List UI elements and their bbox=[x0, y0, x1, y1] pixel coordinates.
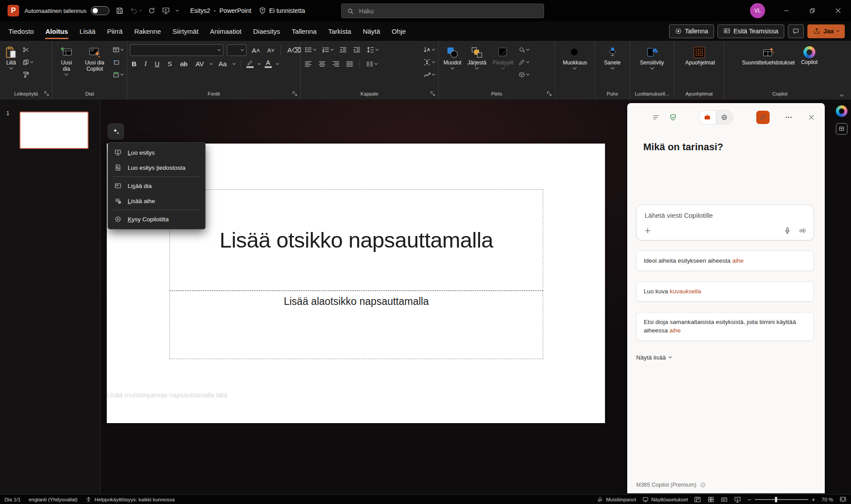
trust-status[interactable]: Ei tunnistetta bbox=[258, 7, 305, 15]
section-button[interactable] bbox=[112, 69, 124, 80]
save-button[interactable] bbox=[116, 7, 124, 15]
paste-button[interactable]: Liitä bbox=[3, 44, 20, 70]
slide-indicator[interactable]: Dia 1/1 bbox=[4, 497, 20, 502]
menu-item-add-topic[interactable]: Lisää aihe bbox=[108, 193, 205, 208]
search-box[interactable] bbox=[341, 4, 544, 18]
description-link[interactable]: kuvauksella bbox=[670, 288, 702, 295]
increase-font-button[interactable]: A˄ bbox=[250, 46, 262, 55]
copilot-message-input[interactable] bbox=[644, 211, 807, 220]
decrease-font-button[interactable]: A˅ bbox=[266, 47, 276, 54]
zoom-slider-thumb[interactable] bbox=[775, 497, 777, 502]
strikethrough-button[interactable]: ab bbox=[178, 60, 190, 68]
drawing-dialog-launcher[interactable] bbox=[546, 91, 553, 97]
suggestion-card-ideate[interactable]: Ideoi aiheita esitykseen aiheesta aihe bbox=[636, 251, 814, 271]
customize-qat-chevron-icon[interactable] bbox=[176, 8, 179, 12]
microphone-icon[interactable] bbox=[783, 227, 791, 235]
font-color-button[interactable]: A bbox=[265, 60, 272, 68]
tab-tarkista[interactable]: Tarkista bbox=[323, 24, 357, 39]
notes-toggle[interactable]: Muistiinpanot bbox=[597, 496, 636, 503]
share-button[interactable]: Jaa bbox=[807, 24, 845, 38]
zoom-in-button[interactable]: + bbox=[812, 496, 815, 503]
designer-rail-icon[interactable] bbox=[836, 123, 847, 135]
quick-styles-button[interactable]: Pikatyylit bbox=[490, 44, 516, 70]
undo-button[interactable] bbox=[130, 7, 141, 15]
columns-button[interactable] bbox=[365, 59, 378, 69]
suggestion-card-find-slides[interactable]: Etsi dioja samankaltaisista esityksistä,… bbox=[636, 312, 814, 340]
tab-rakenne[interactable]: Rakenne bbox=[129, 24, 167, 39]
copilot-sparkle-button[interactable] bbox=[108, 123, 124, 140]
topic-link[interactable]: aihe bbox=[732, 257, 744, 264]
text-shadow-button[interactable]: S bbox=[166, 60, 174, 68]
decrease-indent-button[interactable] bbox=[338, 44, 348, 55]
search-input[interactable] bbox=[358, 7, 538, 15]
info-icon[interactable] bbox=[700, 482, 706, 488]
tab-siirtymat[interactable]: Siirtymät bbox=[167, 24, 204, 39]
shapes-button[interactable]: Muodot bbox=[441, 44, 464, 70]
tab-ohje[interactable]: Ohje bbox=[386, 24, 412, 39]
italic-button[interactable]: I bbox=[143, 60, 149, 68]
shape-effects-button[interactable] bbox=[517, 69, 530, 80]
align-right-button[interactable] bbox=[331, 59, 341, 69]
voice-waveform-icon[interactable] bbox=[799, 227, 807, 235]
text-direction-button[interactable] bbox=[422, 44, 436, 55]
tab-lisaa[interactable]: Lisää bbox=[74, 24, 101, 39]
justify-button[interactable] bbox=[345, 59, 355, 69]
slide-thumbnail[interactable] bbox=[20, 112, 89, 149]
work-mode-button[interactable] bbox=[699, 110, 716, 124]
tab-animaatiot[interactable]: Animaatiot bbox=[204, 24, 247, 39]
sensitivity-button[interactable]: Sensitivity bbox=[637, 44, 666, 70]
new-slide-copilot-button[interactable]: Uusi dia Copilot bbox=[80, 44, 110, 73]
present-in-teams-button[interactable]: Esitä Teamsissa bbox=[718, 24, 784, 38]
zoom-slider[interactable] bbox=[755, 499, 808, 500]
redo-button[interactable] bbox=[148, 7, 156, 15]
menu-item-create-from-file[interactable]: Luo esitys tiedostosta bbox=[108, 160, 205, 175]
dictate-button[interactable]: Sanele bbox=[602, 44, 623, 70]
comments-button[interactable] bbox=[788, 24, 804, 38]
font-name-combo[interactable] bbox=[130, 44, 223, 56]
web-mode-button[interactable] bbox=[716, 110, 733, 124]
minimize-button[interactable] bbox=[774, 0, 799, 21]
slide-layout-button[interactable] bbox=[112, 44, 124, 55]
copilot-button[interactable]: Copilot bbox=[799, 44, 820, 67]
show-more-button[interactable]: Näytä lisää bbox=[636, 354, 671, 361]
shape-fill-button[interactable] bbox=[517, 44, 530, 55]
more-options-icon[interactable] bbox=[785, 113, 793, 121]
suggestion-card-create-image[interactable]: Luo kuva kuvauksella bbox=[636, 281, 814, 302]
character-spacing-button[interactable]: AV bbox=[194, 60, 206, 68]
menu-item-ask-copilot[interactable]: Kysy Copilotilta bbox=[108, 212, 205, 227]
accessibility-status[interactable]: Helppokäyttöisyys: kaikki kunnossa bbox=[85, 496, 174, 503]
design-ideas-button[interactable]: Suunnitteluehdotukset bbox=[740, 44, 797, 67]
copy-button[interactable] bbox=[21, 57, 34, 68]
format-painter-button[interactable] bbox=[21, 69, 34, 80]
slideshow-view-button[interactable] bbox=[734, 496, 741, 503]
notes-placeholder[interactable]: Lisää muistiinpanoja napsauttamalla tätä bbox=[107, 391, 227, 399]
shape-outline-button[interactable] bbox=[517, 57, 530, 68]
tab-aloitus[interactable]: Aloitus bbox=[40, 24, 74, 39]
fit-to-window-button[interactable] bbox=[839, 496, 847, 503]
menu-item-add-slide[interactable]: Lisää dia bbox=[108, 178, 205, 193]
font-size-combo[interactable] bbox=[227, 44, 246, 56]
reset-slide-button[interactable] bbox=[112, 57, 124, 68]
tab-tiedosto[interactable]: Tiedosto bbox=[3, 24, 40, 39]
font-dialog-launcher[interactable] bbox=[292, 91, 298, 97]
powerpoint-logo[interactable]: P bbox=[8, 5, 19, 16]
align-left-button[interactable] bbox=[303, 59, 313, 69]
language-indicator[interactable]: englanti (Yhdysvallat) bbox=[28, 497, 77, 502]
convert-smartart-button[interactable] bbox=[422, 69, 436, 80]
underline-button[interactable]: U bbox=[153, 60, 161, 68]
paragraph-dialog-launcher[interactable] bbox=[430, 91, 436, 97]
bullets-button[interactable] bbox=[303, 44, 317, 55]
addins-button[interactable]: Apuohjelmat bbox=[683, 44, 715, 67]
zoom-out-button[interactable]: − bbox=[747, 496, 751, 503]
display-settings-button[interactable]: Näyttöasetukset bbox=[642, 496, 688, 503]
normal-view-button[interactable] bbox=[694, 496, 701, 503]
shield-check-icon[interactable] bbox=[669, 113, 677, 121]
zoom-level[interactable]: 70 % bbox=[822, 497, 833, 502]
topic-link[interactable]: aihe bbox=[670, 327, 681, 334]
restore-button[interactable] bbox=[799, 0, 825, 21]
tab-diaesitys[interactable]: Diaesitys bbox=[247, 24, 286, 39]
menu-item-create-presentation[interactable]: Luo esitys bbox=[108, 145, 205, 160]
tab-nayta[interactable]: Näytä bbox=[357, 24, 386, 39]
close-pane-icon[interactable] bbox=[808, 114, 815, 121]
change-case-button[interactable]: Aa bbox=[217, 60, 228, 68]
